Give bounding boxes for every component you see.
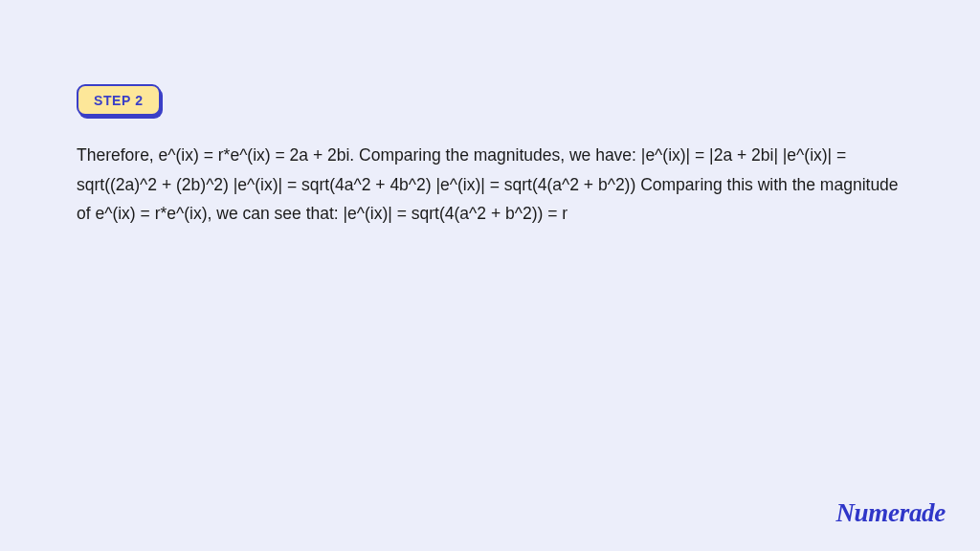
brand-logo: Numerade — [835, 498, 946, 528]
step-badge: STEP 2 — [77, 84, 161, 116]
step-body-text: Therefore, e^(ix) = r*e^(ix) = 2a + 2bi.… — [77, 141, 903, 229]
content-area: STEP 2 Therefore, e^(ix) = r*e^(ix) = 2a… — [0, 0, 980, 229]
